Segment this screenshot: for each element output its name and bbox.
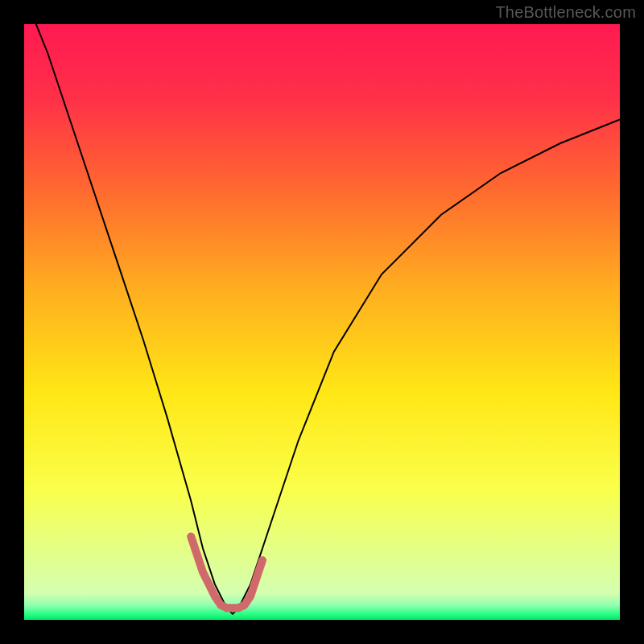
plot-area [24, 24, 620, 620]
chart-frame: TheBottleneck.com [0, 0, 644, 644]
gradient-background [24, 24, 620, 620]
watermark-text: TheBottleneck.com [495, 3, 636, 22]
chart-svg [24, 24, 620, 620]
